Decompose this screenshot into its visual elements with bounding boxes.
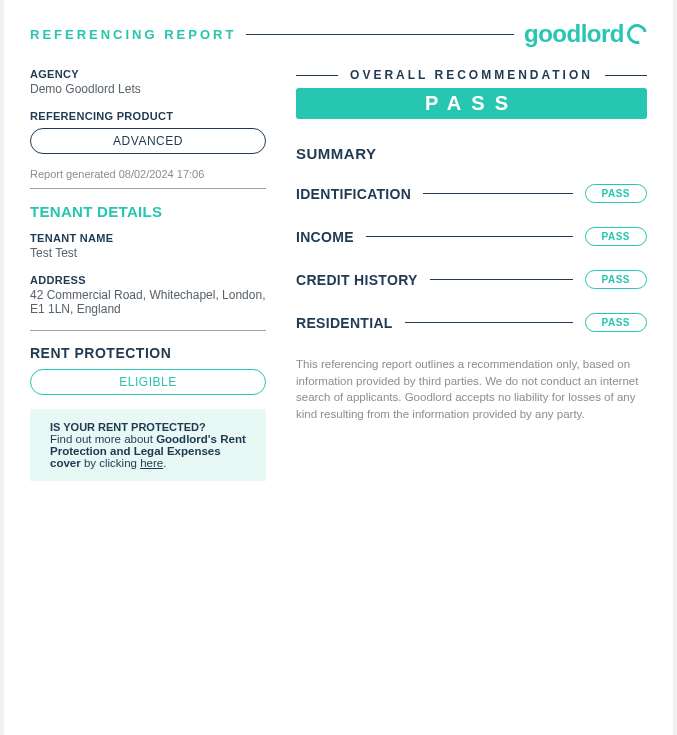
- check-status-badge: PASS: [585, 184, 648, 203]
- check-name: RESIDENTIAL: [296, 315, 393, 331]
- right-column: OVERALL RECOMMENDATION PASS SUMMARY IDEN…: [296, 68, 647, 481]
- promo-question: IS YOUR RENT PROTECTED?: [50, 421, 246, 433]
- check-status-badge: PASS: [585, 270, 648, 289]
- report-header: REFERENCING REPORT goodlord: [30, 22, 647, 46]
- agency-block: AGENCY Demo Goodlord Lets: [30, 68, 266, 96]
- generated-timestamp: Report generated 08/02/2024 17:06: [30, 168, 266, 180]
- tenant-name-value: Test Test: [30, 246, 266, 260]
- rec-rule: [296, 75, 338, 76]
- address-block: ADDRESS 42 Commercial Road, Whitechapel,…: [30, 274, 266, 316]
- agency-label: AGENCY: [30, 68, 266, 80]
- tenant-section-title: TENANT DETAILS: [30, 203, 266, 220]
- checks-list: IDENTIFICATIONPASSINCOMEPASSCREDIT HISTO…: [296, 184, 647, 332]
- promo-lead: Find out more about: [50, 433, 156, 445]
- divider: [30, 330, 266, 331]
- product-label: REFERENCING PRODUCT: [30, 110, 266, 122]
- report-header-title: REFERENCING REPORT: [30, 27, 236, 42]
- summary-heading: SUMMARY: [296, 145, 647, 162]
- tenant-name-block: TENANT NAME Test Test: [30, 232, 266, 260]
- address-label: ADDRESS: [30, 274, 266, 286]
- header-rule: [246, 34, 514, 35]
- brand-logo: goodlord: [524, 22, 647, 46]
- check-row: RESIDENTIALPASS: [296, 313, 647, 332]
- address-value: 42 Commercial Road, Whitechapel, London,…: [30, 288, 266, 316]
- check-row: INCOMEPASS: [296, 227, 647, 246]
- rec-rule: [605, 75, 647, 76]
- check-row: CREDIT HISTORYPASS: [296, 270, 647, 289]
- check-rule: [366, 236, 573, 237]
- promo-link[interactable]: here: [140, 457, 163, 469]
- rent-section-title: RENT PROTECTION: [30, 345, 266, 361]
- check-status-badge: PASS: [585, 227, 648, 246]
- recommendation-header: OVERALL RECOMMENDATION: [296, 68, 647, 82]
- check-status-badge: PASS: [585, 313, 648, 332]
- brand-text: goodlord: [524, 22, 624, 46]
- check-name: IDENTIFICATION: [296, 186, 411, 202]
- check-rule: [423, 193, 572, 194]
- product-pill: ADVANCED: [30, 128, 266, 154]
- recommendation-band: PASS: [296, 88, 647, 119]
- rec-title: OVERALL RECOMMENDATION: [350, 68, 593, 82]
- brand-arc-icon: [623, 20, 650, 47]
- check-name: CREDIT HISTORY: [296, 272, 418, 288]
- rent-status-pill: ELIGIBLE: [30, 369, 266, 395]
- tenant-name-label: TENANT NAME: [30, 232, 266, 244]
- promo-tail: by clicking: [81, 457, 140, 469]
- rent-promo-box: IS YOUR RENT PROTECTED? Find out more ab…: [30, 409, 266, 481]
- report-page: REFERENCING REPORT goodlord AGENCY Demo …: [4, 0, 673, 735]
- agency-value: Demo Goodlord Lets: [30, 82, 266, 96]
- disclaimer-text: This referencing report outlines a recom…: [296, 356, 647, 423]
- left-column: AGENCY Demo Goodlord Lets REFERENCING PR…: [30, 68, 266, 481]
- product-block: REFERENCING PRODUCT ADVANCED: [30, 110, 266, 154]
- divider: [30, 188, 266, 189]
- check-row: IDENTIFICATIONPASS: [296, 184, 647, 203]
- check-name: INCOME: [296, 229, 354, 245]
- check-rule: [405, 322, 573, 323]
- check-rule: [430, 279, 573, 280]
